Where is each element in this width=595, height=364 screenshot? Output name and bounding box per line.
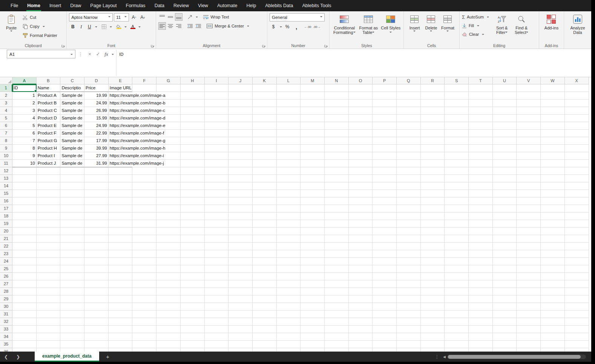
cell-R16[interactable] xyxy=(421,197,445,205)
cell-U14[interactable] xyxy=(493,182,517,190)
cell-P9[interactable] xyxy=(373,145,397,152)
cell-M34[interactable] xyxy=(301,333,325,341)
cell-Q10[interactable] xyxy=(397,152,421,160)
cell-K36[interactable] xyxy=(253,348,277,352)
row-header-25[interactable]: 25 xyxy=(0,265,12,273)
cell-O33[interactable] xyxy=(349,326,373,333)
cell-F36[interactable] xyxy=(132,348,156,352)
cell-A9[interactable]: 8 xyxy=(12,145,37,152)
cell-U2[interactable] xyxy=(493,92,517,99)
cell-W4[interactable] xyxy=(541,107,565,115)
cell-P21[interactable] xyxy=(373,235,397,243)
bold-button[interactable]: B xyxy=(69,23,77,31)
cell-P35[interactable] xyxy=(373,341,397,348)
cell-C3[interactable]: Sample de xyxy=(60,99,84,107)
cell-G25[interactable] xyxy=(156,265,181,273)
cell-G29[interactable] xyxy=(156,295,181,303)
cell-B13[interactable] xyxy=(37,175,61,182)
cell-J21[interactable] xyxy=(228,235,253,243)
cell-R35[interactable] xyxy=(421,341,445,348)
cell-T20[interactable] xyxy=(469,228,493,235)
cell-X6[interactable] xyxy=(565,122,589,130)
cell-H11[interactable] xyxy=(181,160,205,167)
cell-T16[interactable] xyxy=(469,197,493,205)
cell-Q20[interactable] xyxy=(397,228,421,235)
cell-V15[interactable] xyxy=(517,190,541,197)
cell-R1[interactable] xyxy=(421,84,445,92)
cell-R24[interactable] xyxy=(421,258,445,265)
cell-D11[interactable]: 31.99 xyxy=(84,160,109,167)
cell-W14[interactable] xyxy=(541,182,565,190)
cell-O34[interactable] xyxy=(349,333,373,341)
cell-O35[interactable] xyxy=(349,341,373,348)
increase-decimal-button[interactable]: ←.00 xyxy=(304,23,311,31)
cell-R26[interactable] xyxy=(421,273,445,280)
cell-N12[interactable] xyxy=(325,167,349,175)
cell-X33[interactable] xyxy=(565,326,589,333)
cell-F29[interactable] xyxy=(132,295,156,303)
cell-W29[interactable] xyxy=(541,295,565,303)
cell-Q35[interactable] xyxy=(397,341,421,348)
cell-B12[interactable] xyxy=(37,167,61,175)
cell-O4[interactable] xyxy=(349,107,373,115)
menu-item-insert[interactable]: Insert xyxy=(45,0,66,11)
cell-P17[interactable] xyxy=(373,205,397,213)
cell-J2[interactable] xyxy=(228,92,253,99)
cell-W5[interactable] xyxy=(541,115,565,122)
cell-A24[interactable] xyxy=(12,258,37,265)
cell-O18[interactable] xyxy=(349,213,373,220)
cell-W32[interactable] xyxy=(541,318,565,326)
cell-R28[interactable] xyxy=(421,288,445,295)
cell-M11[interactable] xyxy=(301,160,325,167)
cell-H8[interactable] xyxy=(181,137,205,145)
cell-V28[interactable] xyxy=(517,288,541,295)
merge-center-button[interactable]: Merge & Center xyxy=(207,22,249,30)
cell-I3[interactable] xyxy=(205,99,229,107)
cell-C12[interactable] xyxy=(60,167,84,175)
cell-S8[interactable] xyxy=(445,137,469,145)
cell-G23[interactable] xyxy=(156,250,181,258)
cell-A14[interactable] xyxy=(12,182,37,190)
cell-R32[interactable] xyxy=(421,318,445,326)
cell-K6[interactable] xyxy=(253,122,277,130)
cell-I6[interactable] xyxy=(205,122,229,130)
cell-P6[interactable] xyxy=(373,122,397,130)
cell-B24[interactable] xyxy=(37,258,61,265)
cell-I29[interactable] xyxy=(205,295,229,303)
cell-A34[interactable] xyxy=(12,333,37,341)
cell-N13[interactable] xyxy=(325,175,349,182)
add-sheet-button[interactable]: + xyxy=(99,352,117,362)
cell-P31[interactable] xyxy=(373,310,397,318)
cell-L23[interactable] xyxy=(277,250,301,258)
column-header-Q[interactable]: Q xyxy=(397,77,421,84)
cell-F24[interactable] xyxy=(132,258,156,265)
cell-M19[interactable] xyxy=(301,220,325,228)
cell-W28[interactable] xyxy=(541,288,565,295)
cell-X7[interactable] xyxy=(565,130,589,137)
cell-O29[interactable] xyxy=(349,295,373,303)
cell-P14[interactable] xyxy=(373,182,397,190)
cell-C20[interactable] xyxy=(60,228,84,235)
cell-J7[interactable] xyxy=(228,130,253,137)
cell-A33[interactable] xyxy=(12,326,37,333)
cell-S20[interactable] xyxy=(445,228,469,235)
cell-D5[interactable]: 15.99 xyxy=(84,115,109,122)
cell-D33[interactable] xyxy=(84,326,109,333)
cell-X23[interactable] xyxy=(565,250,589,258)
cell-D18[interactable] xyxy=(84,213,109,220)
cell-D4[interactable]: 26.99 xyxy=(84,107,109,115)
cell-L1[interactable] xyxy=(277,84,301,92)
cell-C19[interactable] xyxy=(60,220,84,228)
cell-T27[interactable] xyxy=(469,280,493,288)
cell-O30[interactable] xyxy=(349,303,373,310)
cell-H19[interactable] xyxy=(181,220,205,228)
cell-X30[interactable] xyxy=(565,303,589,310)
cell-C1[interactable]: Descriptio xyxy=(60,84,84,92)
column-header-U[interactable]: U xyxy=(493,77,517,84)
cell-G21[interactable] xyxy=(156,235,181,243)
cell-L3[interactable] xyxy=(277,99,301,107)
cell-G12[interactable] xyxy=(156,167,181,175)
cell-D19[interactable] xyxy=(84,220,109,228)
cell-V24[interactable] xyxy=(517,258,541,265)
cell-X13[interactable] xyxy=(565,175,589,182)
